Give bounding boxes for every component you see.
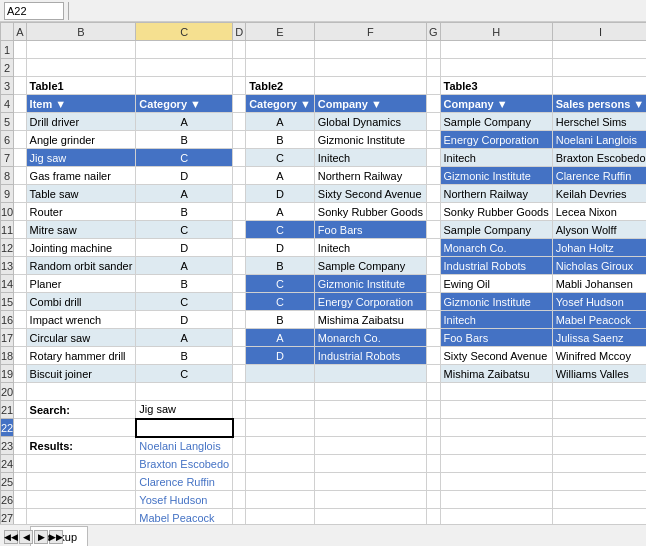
- grid-wrapper: A B C D E F G H I 12 3 Table1 Table2 Tab…: [0, 22, 646, 524]
- t1-item-cell: Angle grinder: [26, 131, 136, 149]
- t1-cat-cell: C: [136, 221, 233, 239]
- tab-first-btn[interactable]: ◀◀: [4, 530, 18, 544]
- table-cell: [440, 437, 552, 455]
- table-cell: [426, 185, 440, 203]
- col-header-D[interactable]: D: [233, 23, 246, 41]
- table-cell: [552, 419, 646, 437]
- t3-sales-cell: Herschel Sims: [552, 113, 646, 131]
- table-cell: [426, 77, 440, 95]
- table-cell: [14, 203, 26, 221]
- table-cell: [233, 509, 246, 525]
- t3-company-cell: Northern Railway: [440, 185, 552, 203]
- table-cell: [233, 59, 246, 77]
- t2-company-cell: Industrial Robots: [314, 347, 426, 365]
- col-header-E[interactable]: E: [246, 23, 315, 41]
- tab-prev-btn[interactable]: ◀: [19, 530, 33, 544]
- t2-cat-cell: D: [246, 239, 315, 257]
- t1-cat-cell: B: [136, 203, 233, 221]
- formula-bar: [0, 0, 646, 22]
- table-cell: [233, 77, 246, 95]
- row-header-26: 26: [1, 491, 14, 509]
- table-cell: [14, 95, 26, 113]
- result-3: Clarence Ruffin: [136, 473, 233, 491]
- table-cell: [314, 491, 426, 509]
- col-header-G[interactable]: G: [426, 23, 440, 41]
- tab-last-btn[interactable]: ▶▶: [49, 530, 63, 544]
- table-cell: [246, 383, 315, 401]
- table-cell: [233, 113, 246, 131]
- col-header-B[interactable]: B: [26, 23, 136, 41]
- col-header-C[interactable]: C: [136, 23, 233, 41]
- t1-item-cell: Router: [26, 203, 136, 221]
- t3-company-cell: Industrial Robots: [440, 257, 552, 275]
- t3-company-cell: Sonky Rubber Goods: [440, 203, 552, 221]
- table-cell: [552, 473, 646, 491]
- t2-cat-cell: B: [246, 257, 315, 275]
- table-cell: [14, 419, 26, 437]
- t3-sales-cell: Winifred Mccoy: [552, 347, 646, 365]
- table-cell: [246, 41, 315, 59]
- table-cell: [314, 509, 426, 525]
- row-header-20: 20: [1, 383, 14, 401]
- t3-sales-cell: Noelani Langlois: [552, 131, 646, 149]
- t1-cat-cell: D: [136, 311, 233, 329]
- t1-item-cell: Jig saw: [26, 149, 136, 167]
- row-header-3: 3: [1, 77, 14, 95]
- table-cell: [14, 131, 26, 149]
- t1-cat-cell: B: [136, 275, 233, 293]
- name-box[interactable]: [4, 2, 64, 20]
- t3-sales-cell: Johan Holtz: [552, 239, 646, 257]
- table-cell: [14, 185, 26, 203]
- col-header-I[interactable]: I: [552, 23, 646, 41]
- t3-company-cell: Initech: [440, 311, 552, 329]
- table-cell: [426, 131, 440, 149]
- t2-company-cell: Northern Railway: [314, 167, 426, 185]
- table-cell: [233, 257, 246, 275]
- formula-divider: [68, 2, 69, 20]
- t2-cat-cell: A: [246, 167, 315, 185]
- t3-company-cell: Monarch Co.: [440, 239, 552, 257]
- table-cell: [552, 455, 646, 473]
- sheet-tabs-bar: ◀◀ ◀ ▶ ▶▶ Lookup: [0, 524, 646, 546]
- row-header-24: 24: [1, 455, 14, 473]
- table-cell: [426, 365, 440, 383]
- t2-company-cell: Monarch Co.: [314, 329, 426, 347]
- table-cell: [246, 509, 315, 525]
- col-header-A[interactable]: A: [14, 23, 26, 41]
- table-cell: [26, 41, 136, 59]
- t1-col-item: Item ▼: [26, 95, 136, 113]
- row-header-21: 21: [1, 401, 14, 419]
- table-cell: [440, 59, 552, 77]
- table-cell: [314, 473, 426, 491]
- table-cell: [314, 77, 426, 95]
- table-cell: [233, 347, 246, 365]
- table-cell: [26, 383, 136, 401]
- table-cell: [26, 509, 136, 525]
- table3-title: Table3: [440, 77, 552, 95]
- table-cell: [14, 455, 26, 473]
- t3-sales-cell: Nicholas Giroux: [552, 257, 646, 275]
- t3-company-cell: Mishima Zaibatsu: [440, 365, 552, 383]
- table-cell: [426, 437, 440, 455]
- t2-company-cell: Energy Corporation: [314, 293, 426, 311]
- tab-next-btn[interactable]: ▶: [34, 530, 48, 544]
- table-cell: [14, 329, 26, 347]
- t3-sales-cell: Williams Valles: [552, 365, 646, 383]
- table-cell: [246, 401, 315, 419]
- col-header-H[interactable]: H: [440, 23, 552, 41]
- t3-sales-cell: Mabel Peacock: [552, 311, 646, 329]
- table-cell: [552, 59, 646, 77]
- table-cell: [233, 491, 246, 509]
- t1-cat-cell: D: [136, 167, 233, 185]
- table-cell: [426, 329, 440, 347]
- table-cell: [426, 509, 440, 525]
- search-input-cell[interactable]: [136, 419, 233, 437]
- t3-sales-cell: Clarence Ruffin: [552, 167, 646, 185]
- table-cell: [426, 419, 440, 437]
- table-cell: [552, 41, 646, 59]
- table-cell: [246, 59, 315, 77]
- col-header-F[interactable]: F: [314, 23, 426, 41]
- table-cell: [26, 491, 136, 509]
- table-cell: [314, 59, 426, 77]
- row-header-12: 12: [1, 239, 14, 257]
